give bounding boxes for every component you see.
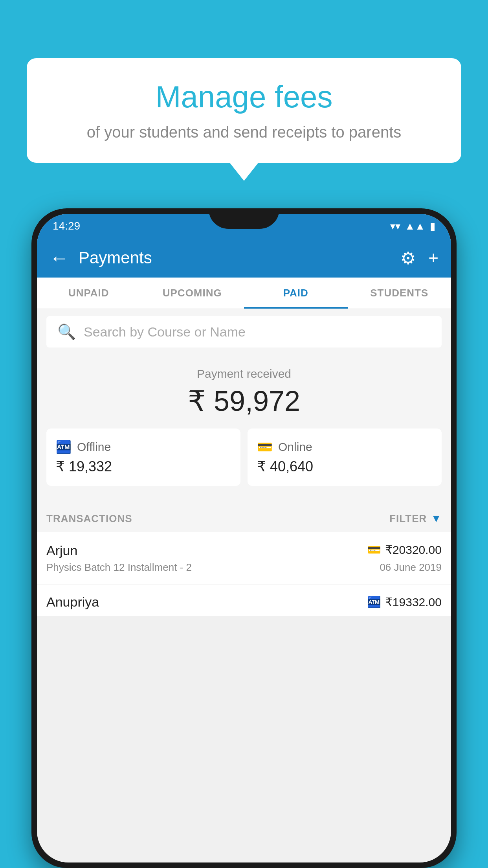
tab-paid[interactable]: PAID bbox=[244, 278, 348, 309]
filter-label: FILTER bbox=[389, 513, 427, 525]
back-button[interactable]: ← bbox=[50, 246, 69, 269]
card-payment-icon: 💳 bbox=[367, 543, 381, 556]
tab-unpaid[interactable]: UNPAID bbox=[37, 278, 141, 309]
online-icon: 💳 bbox=[257, 440, 273, 454]
tab-upcoming[interactable]: UPCOMING bbox=[141, 278, 244, 309]
filter-icon: ▼ bbox=[431, 512, 442, 525]
signal-icon: ▲▲ bbox=[405, 220, 425, 232]
payment-section: Payment received ₹ 59,972 🏧 Offline ₹ 19… bbox=[37, 355, 451, 505]
status-icons: ▾▾ ▲▲ ▮ bbox=[390, 220, 435, 232]
table-row[interactable]: Arjun 💳 ₹20320.00 Physics Batch 12 Insta… bbox=[37, 532, 451, 585]
bubble-subtitle: of your students and send receipts to pa… bbox=[50, 122, 438, 142]
transaction-amount: ₹20320.00 bbox=[385, 543, 442, 557]
transaction-amount-2: ₹19332.00 bbox=[385, 595, 442, 609]
filter-button[interactable]: FILTER ▼ bbox=[389, 512, 442, 525]
transaction-date: 06 June 2019 bbox=[380, 561, 442, 574]
app-bar: ← Payments ⚙ + bbox=[37, 238, 451, 278]
transaction-row-1: Arjun 💳 ₹20320.00 bbox=[46, 543, 442, 558]
search-placeholder: Search by Course or Name bbox=[84, 324, 246, 340]
offline-card-header: 🏧 Offline bbox=[56, 440, 231, 454]
online-card: 💳 Online ₹ 40,640 bbox=[248, 428, 442, 486]
transactions-header: TRANSACTIONS FILTER ▼ bbox=[37, 505, 451, 532]
online-label: Online bbox=[278, 440, 312, 454]
transaction-name-2: Anupriya bbox=[46, 594, 99, 610]
transaction-name: Arjun bbox=[46, 543, 77, 558]
speech-bubble-container: Manage fees of your students and send re… bbox=[27, 58, 461, 163]
online-card-header: 💳 Online bbox=[257, 440, 432, 454]
offline-label: Offline bbox=[77, 440, 111, 454]
speech-bubble: Manage fees of your students and send re… bbox=[27, 58, 461, 163]
transactions-label: TRANSACTIONS bbox=[46, 513, 132, 525]
transaction-details: Physics Batch 12 Installment - 2 06 June… bbox=[46, 561, 442, 574]
offline-amount: ₹ 19,332 bbox=[56, 458, 231, 475]
search-bar[interactable]: 🔍 Search by Course or Name bbox=[46, 316, 442, 348]
bubble-title: Manage fees bbox=[50, 80, 438, 114]
search-container: 🔍 Search by Course or Name bbox=[37, 309, 451, 355]
wifi-icon: ▾▾ bbox=[390, 220, 400, 232]
app-title: Payments bbox=[79, 248, 400, 267]
transaction-amount-row: 💳 ₹20320.00 bbox=[367, 543, 442, 557]
add-icon[interactable]: + bbox=[428, 248, 438, 268]
offline-card: 🏧 Offline ₹ 19,332 bbox=[46, 428, 240, 486]
tabs-container: UNPAID UPCOMING PAID STUDENTS bbox=[37, 278, 451, 309]
phone-frame: 14:29 ▾▾ ▲▲ ▮ ← Payments ⚙ + UNPAID UPCO… bbox=[31, 208, 457, 868]
gear-icon[interactable]: ⚙ bbox=[400, 248, 416, 268]
offline-icon: 🏧 bbox=[56, 440, 72, 454]
phone-notch bbox=[209, 208, 279, 229]
tab-students[interactable]: STUDENTS bbox=[348, 278, 451, 309]
status-time: 14:29 bbox=[53, 220, 80, 232]
search-icon: 🔍 bbox=[57, 323, 76, 340]
cash-payment-icon: 🏧 bbox=[367, 596, 381, 609]
payment-received-label: Payment received bbox=[46, 367, 442, 381]
online-amount: ₹ 40,640 bbox=[257, 458, 432, 475]
payment-amount: ₹ 59,972 bbox=[46, 384, 442, 417]
transaction-course: Physics Batch 12 Installment - 2 bbox=[46, 561, 192, 574]
payment-cards: 🏧 Offline ₹ 19,332 💳 Online ₹ 40,640 bbox=[46, 428, 442, 495]
app-bar-actions: ⚙ + bbox=[400, 248, 438, 268]
battery-icon: ▮ bbox=[430, 220, 435, 232]
table-row[interactable]: Anupriya 🏧 ₹19332.00 bbox=[37, 585, 451, 616]
transaction-amount-row-2: 🏧 ₹19332.00 bbox=[367, 595, 442, 609]
transaction-list: Arjun 💳 ₹20320.00 Physics Batch 12 Insta… bbox=[37, 532, 451, 616]
phone-screen: 14:29 ▾▾ ▲▲ ▮ ← Payments ⚙ + UNPAID UPCO… bbox=[37, 214, 451, 862]
